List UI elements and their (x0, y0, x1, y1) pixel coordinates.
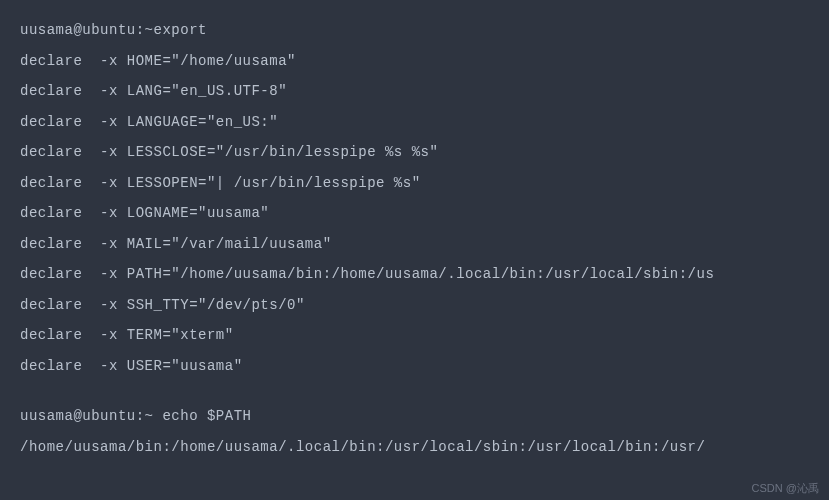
terminal-line: declare -x USER="uusama" (20, 354, 809, 379)
terminal-line: declare -x LESSCLOSE="/usr/bin/lesspipe … (20, 140, 809, 165)
terminal-line: declare -x SSH_TTY="/dev/pts/0" (20, 293, 809, 318)
terminal-line: uusama@ubuntu:~ echo $PATH (20, 404, 809, 429)
terminal-line: /home/uusama/bin:/home/uusama/.local/bin… (20, 435, 809, 460)
terminal-line: declare -x HOME="/home/uusama" (20, 49, 809, 74)
terminal-line: declare -x PATH="/home/uusama/bin:/home/… (20, 262, 809, 287)
terminal-line: declare -x LESSOPEN="| /usr/bin/lesspipe… (20, 171, 809, 196)
watermark-text: CSDN @沁禹 (752, 481, 819, 496)
terminal-output: uusama@ubuntu:~export declare -x HOME="/… (20, 18, 809, 459)
terminal-line: declare -x TERM="xterm" (20, 323, 809, 348)
terminal-line: declare -x LOGNAME="uusama" (20, 201, 809, 226)
terminal-line: declare -x LANGUAGE="en_US:" (20, 110, 809, 135)
terminal-line: declare -x LANG="en_US.UTF-8" (20, 79, 809, 104)
terminal-line: uusama@ubuntu:~export (20, 18, 809, 43)
terminal-line: declare -x MAIL="/var/mail/uusama" (20, 232, 809, 257)
terminal-blank-line (20, 384, 809, 404)
